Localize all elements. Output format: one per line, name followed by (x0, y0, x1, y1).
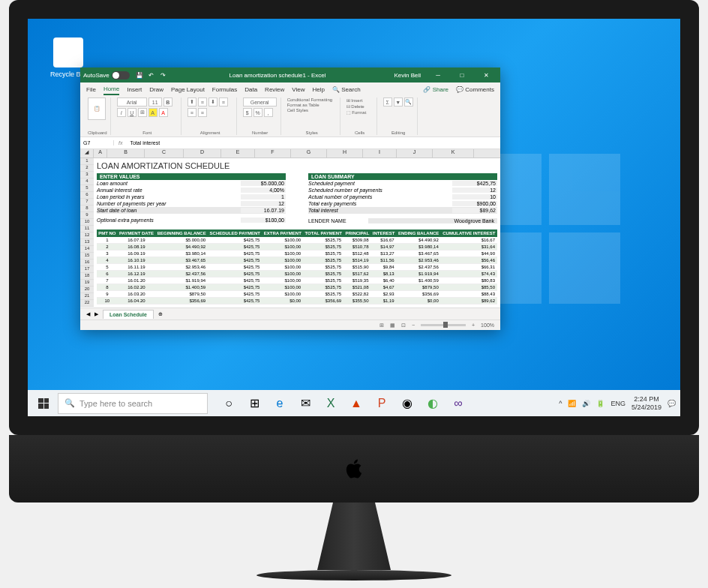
tray-volume-icon[interactable]: 🔊 (582, 400, 590, 407)
table-cell[interactable]: $521,08 (344, 284, 370, 291)
table-row[interactable]: 1016.04.20$356,69$425,75$0,00$356,69$355… (97, 298, 497, 304)
table-row[interactable]: 116.07.19$5.000,00$425,75$100,00$525,75$… (97, 237, 497, 244)
zoom-out-button[interactable]: − (412, 322, 415, 328)
column-header[interactable]: C (145, 149, 184, 158)
desktop[interactable]: ♻ Recycle Bin AutoSave 💾 ↶ ↷ Loan amorti… (28, 19, 680, 416)
app-icon-red[interactable]: ▲ (346, 393, 367, 414)
table-cell[interactable]: $425,75 (208, 244, 262, 250)
value-cell[interactable]: 1 (241, 194, 286, 200)
fx-icon[interactable]: fx (114, 140, 127, 146)
table-cell[interactable]: $356,69 (397, 291, 441, 298)
table-cell[interactable]: $2,93 (371, 291, 397, 298)
tab-view[interactable]: View (292, 85, 304, 94)
notifications-icon[interactable]: 💬 (668, 400, 676, 407)
font-size-select[interactable]: 11 (148, 98, 162, 106)
table-cell[interactable]: $525,75 (303, 250, 344, 257)
select-all-cell[interactable]: ◢ (80, 149, 94, 158)
table-row[interactable]: 716.01.20$1.919,94$425,75$100,00$525,75$… (97, 278, 497, 284)
fill-color-button[interactable]: A (148, 108, 158, 117)
language-indicator[interactable]: ENG (610, 400, 626, 407)
table-cell[interactable]: $0,00 (262, 298, 303, 304)
comma-button[interactable]: , (264, 108, 273, 117)
table-row[interactable]: 316.09.19$3.980,14$425,75$100,00$525,75$… (97, 250, 497, 257)
table-cell[interactable]: $16,67 (441, 237, 497, 244)
table-cell[interactable]: $1.919,94 (155, 278, 208, 284)
edge-icon[interactable]: e (269, 393, 290, 414)
app-icon-green[interactable]: ◐ (422, 393, 443, 414)
table-cell[interactable]: $3.980,14 (155, 250, 208, 257)
table-cell[interactable]: 16.10.19 (118, 257, 156, 264)
table-cell[interactable]: 2 (97, 244, 118, 250)
column-header[interactable]: J (397, 149, 433, 158)
worksheet-area[interactable]: 12345678910111213141516171819202122 LOAN… (80, 158, 500, 308)
table-cell[interactable]: $100,00 (262, 284, 303, 291)
table-cell[interactable]: $512,48 (344, 250, 370, 257)
table-cell[interactable]: $1.400,59 (397, 278, 441, 284)
table-cell[interactable]: $1.919,94 (397, 271, 441, 278)
table-cell[interactable]: $4.490,92 (397, 237, 441, 244)
app-icon-circle[interactable]: ◉ (397, 393, 418, 414)
undo-icon[interactable]: ↶ (148, 71, 155, 79)
table-header-cell[interactable]: CUMULATIVE INTEREST (441, 230, 497, 237)
table-header-cell[interactable]: SCHEDULED PAYMENT (208, 230, 262, 237)
table-cell[interactable]: $525,75 (303, 257, 344, 264)
column-header[interactable]: K (433, 149, 474, 158)
table-cell[interactable]: $425,75 (208, 250, 262, 257)
table-cell[interactable]: $525,75 (303, 271, 344, 278)
table-cell[interactable]: 16.08.19 (118, 244, 156, 250)
align-bot-button[interactable]: ⬇ (208, 98, 218, 106)
table-cell[interactable]: $89,62 (441, 298, 497, 304)
table-cell[interactable]: $510,78 (344, 244, 370, 250)
table-cell[interactable]: $100,00 (262, 278, 303, 284)
table-header-cell[interactable]: PRINCIPAL (344, 230, 370, 237)
excel-taskbar-icon[interactable]: X (320, 393, 341, 414)
visual-studio-icon[interactable]: ∞ (448, 393, 469, 414)
formula-input[interactable]: Total interest (127, 140, 500, 146)
value-cell[interactable]: $5.000,00 (241, 181, 286, 186)
table-cell[interactable]: $525,75 (303, 284, 344, 291)
table-cell[interactable]: $525,75 (303, 237, 344, 244)
align-right-button[interactable]: ≡ (198, 108, 207, 117)
table-cell[interactable]: $355,50 (344, 298, 370, 304)
start-button[interactable] (32, 392, 55, 415)
tab-data[interactable]: Data (244, 85, 257, 94)
table-header-cell[interactable]: PAYMENT DATE (118, 230, 156, 237)
table-cell[interactable]: $879,50 (397, 284, 441, 291)
table-cell[interactable]: 7 (97, 278, 118, 284)
table-cell[interactable]: 16.12.19 (118, 271, 156, 278)
column-header[interactable]: I (363, 149, 397, 158)
table-cell[interactable]: $56,46 (441, 257, 497, 264)
amortization-table[interactable]: PMT NOPAYMENT DATEBEGINNING BALANCESCHED… (97, 230, 497, 304)
number-format-select[interactable]: General (243, 98, 277, 106)
autosum-button[interactable]: Σ (383, 98, 392, 106)
table-cell[interactable]: $3.467,65 (155, 257, 208, 264)
table-cell[interactable]: $425,75 (208, 264, 262, 271)
tab-page-layout[interactable]: Page Layout (171, 85, 205, 94)
underline-button[interactable]: U (128, 108, 136, 117)
table-cell[interactable]: $100,00 (262, 291, 303, 298)
save-icon[interactable]: 💾 (136, 71, 143, 79)
format-as-table-button[interactable]: Format as Table (287, 103, 320, 107)
border-button[interactable]: ⊞ (138, 108, 147, 117)
comments-button[interactable]: 💬 Comments (456, 85, 494, 94)
tab-draw[interactable]: Draw (149, 85, 164, 94)
tab-formulas[interactable]: Formulas (212, 85, 237, 94)
table-cell[interactable]: 1 (97, 237, 118, 244)
table-cell[interactable]: $100,00 (262, 237, 303, 244)
column-header[interactable]: H (327, 149, 363, 158)
format-cells-button[interactable]: ⬚ Format (346, 110, 367, 115)
table-cell[interactable]: $356,69 (303, 298, 344, 304)
titlebar[interactable]: AutoSave 💾 ↶ ↷ Loan amortization schedul… (80, 68, 500, 82)
table-cell[interactable]: $425,75 (208, 278, 262, 284)
table-cell[interactable]: $3.467,65 (397, 250, 441, 257)
zoom-slider[interactable] (421, 324, 466, 326)
table-cell[interactable]: $16,67 (371, 237, 397, 244)
table-cell[interactable]: $0,00 (397, 298, 441, 304)
table-cell[interactable]: $1,19 (371, 298, 397, 304)
table-row[interactable]: 216.08.19$4.490,92$425,75$100,00$525,75$… (97, 244, 497, 250)
table-cell[interactable]: $11,56 (371, 257, 397, 264)
table-cell[interactable]: $515,90 (344, 264, 370, 271)
mail-icon[interactable]: ✉ (295, 393, 316, 414)
table-row[interactable]: 516.11.19$2.953,46$425,75$100,00$525,75$… (97, 264, 497, 271)
view-normal-icon[interactable]: ⊞ (380, 322, 384, 328)
